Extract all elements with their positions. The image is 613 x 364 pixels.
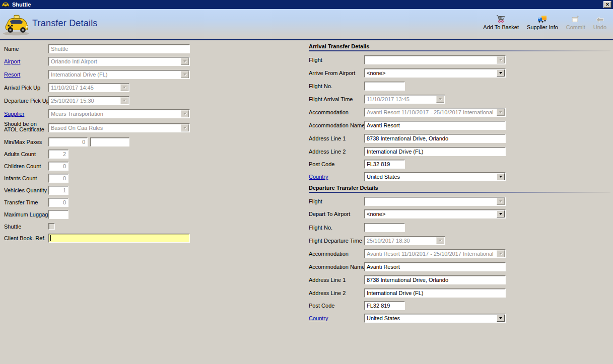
combo-value: <none> xyxy=(367,210,496,218)
cart-icon xyxy=(496,13,506,23)
combo-value: Avanti Resort 11/10/2017 - 25/10/2017 In… xyxy=(367,108,496,116)
combo-value: <none> xyxy=(367,69,496,77)
departure-post-code-input[interactable]: FL32 819 xyxy=(364,301,405,310)
chevron-down-icon xyxy=(499,176,502,178)
dropdown-button xyxy=(497,198,505,205)
field-value: 8738 International Drive, Orlando xyxy=(365,276,505,284)
combo-value xyxy=(367,56,496,64)
departure-flight-no-input[interactable] xyxy=(364,223,405,232)
dropdown-button xyxy=(497,56,505,63)
arrival-address-line-1-input[interactable]: 8738 International Drive, Orlando xyxy=(364,134,506,143)
label-flight-departure-time: Flight Departure Time xyxy=(309,236,362,245)
max-paxes-input[interactable] xyxy=(90,137,129,147)
label-infants-count: Infants Count xyxy=(4,174,37,183)
dropdown-button xyxy=(181,124,189,131)
undo-button: Undo xyxy=(592,13,608,30)
combo-value: United States xyxy=(367,173,496,181)
transfer-time-input: 0 xyxy=(48,198,69,207)
label-flight: Flight xyxy=(309,197,322,206)
combo-value: Orlando Intl Airport xyxy=(51,57,180,65)
label-post-code: Post Code xyxy=(309,301,334,310)
chevron-down-icon xyxy=(123,87,126,89)
close-button[interactable]: ✕ xyxy=(603,1,611,8)
supplier-info-button[interactable]: Supplier Info xyxy=(525,13,560,30)
chevron-down-icon xyxy=(499,59,502,61)
dropdown-button xyxy=(120,97,128,104)
field-value: Avanti Resort xyxy=(365,121,505,129)
supplier-combo: Mears Transportation xyxy=(48,109,190,118)
label-departure-pick-up: Departure Pick Up xyxy=(4,96,49,105)
label-min-max-paxes: Min/Max Paxes xyxy=(4,137,42,147)
taxi-icon-small xyxy=(2,1,10,8)
dropdown-button xyxy=(497,250,505,257)
arrival-accommodation-name-input[interactable]: Avanti Resort xyxy=(364,121,506,130)
arrival-address-line-2-input[interactable]: International Drive (FL) xyxy=(364,147,506,156)
link-supplier[interactable]: Supplier xyxy=(4,109,24,118)
label-accommodation-name: Accommodation Name xyxy=(309,121,365,130)
combo-value: 25/10/2017 15:30 xyxy=(51,97,120,105)
dropdown-button xyxy=(181,58,189,65)
field-value: International Drive (FL) xyxy=(365,148,505,156)
chevron-down-icon xyxy=(439,98,442,100)
label-address-line-1: Address Line 1 xyxy=(309,134,346,143)
dropdown-button[interactable] xyxy=(497,210,505,217)
arrival-pick-up-combo: 11/10/2017 14:45 xyxy=(48,83,129,92)
field-value: FL32 819 xyxy=(365,302,404,310)
arrival-arrive-from-airport-combo[interactable]: <none> xyxy=(364,68,506,78)
field-value: 0 xyxy=(49,162,68,170)
combo-value: 25/10/2017 18:30 xyxy=(367,237,436,245)
field-value: 2 xyxy=(49,150,68,158)
dropdown-button[interactable] xyxy=(497,69,505,77)
combo-value: International Drive (FL) xyxy=(51,70,180,79)
chevron-down-icon xyxy=(439,240,442,242)
arrival-flight-no-input[interactable] xyxy=(364,82,405,91)
section-title-arrival: Arrival Transfer Details xyxy=(309,43,369,49)
label-depart-to-airport: Depart To Airport xyxy=(309,209,350,219)
label-should-be-on: Should be onATOL Certificate xyxy=(4,121,44,132)
combo-value: 11/10/2017 14:45 xyxy=(51,84,120,92)
arrival-flight-combo xyxy=(364,55,506,64)
departure-accommodation-combo: Avanti Resort 11/10/2017 - 25/10/2017 In… xyxy=(364,249,506,258)
commit-icon xyxy=(571,13,580,23)
section-divider xyxy=(309,50,610,51)
label-line: ATOL Certificate xyxy=(4,127,44,132)
commit-button: Commit xyxy=(565,13,587,30)
combo-value: Avanti Resort 11/10/2017 - 25/10/2017 In… xyxy=(367,250,496,258)
dropdown-button[interactable] xyxy=(497,173,505,180)
departure-flight-combo xyxy=(364,197,506,206)
arrival-country-combo[interactable]: United States xyxy=(364,172,506,181)
field-value: FL32 819 xyxy=(365,160,404,168)
departure-accommodation-name-input[interactable]: Avanti Resort xyxy=(364,262,506,271)
should-be-on-combo: Based On Caa Rules xyxy=(48,123,190,132)
link-airport[interactable]: Airport xyxy=(4,57,20,66)
arrival-accommodation-combo: Avanti Resort 11/10/2017 - 25/10/2017 In… xyxy=(364,108,506,117)
add-to-basket-button[interactable]: Add To Basket xyxy=(482,13,520,30)
dropdown-button xyxy=(497,109,505,116)
label-transfer-time: Transfer Time xyxy=(4,198,38,207)
client-book-ref-input[interactable] xyxy=(48,234,190,243)
departure-depart-to-airport-combo[interactable]: <none> xyxy=(364,209,506,219)
departure-pick-up-combo: 25/10/2017 15:30 xyxy=(48,96,129,105)
label-arrive-from-airport: Arrive From Airport xyxy=(309,68,355,78)
label-accommodation-name: Accommodation Name xyxy=(309,262,365,271)
maximum-luggage-input[interactable] xyxy=(48,210,69,219)
departure-address-line-1-input[interactable]: 8738 International Drive, Orlando xyxy=(364,275,506,284)
chevron-down-icon xyxy=(499,111,502,113)
link-country[interactable]: Country xyxy=(309,314,328,323)
combo-value: 11/10/2017 13:45 xyxy=(367,95,436,103)
name-input: Shuttle xyxy=(48,44,190,53)
field-value: 0 xyxy=(49,174,68,182)
departure-address-line-2-input[interactable]: International Drive (FL) xyxy=(364,288,506,298)
truck-icon xyxy=(537,13,548,23)
label-address-line-2: Address Line 2 xyxy=(309,147,346,156)
departure-country-combo[interactable]: United States xyxy=(364,314,506,323)
dropdown-button[interactable] xyxy=(497,315,505,322)
adults-count-input: 2 xyxy=(48,150,69,159)
link-country[interactable]: Country xyxy=(309,172,328,181)
field-value: International Drive (FL) xyxy=(365,289,505,297)
chevron-down-icon xyxy=(499,213,502,215)
arrival-post-code-input[interactable]: FL32 819 xyxy=(364,160,405,169)
commit-label: Commit xyxy=(566,24,585,30)
infants-count-input: 0 xyxy=(48,174,69,183)
link-resort[interactable]: Resort xyxy=(4,70,20,79)
